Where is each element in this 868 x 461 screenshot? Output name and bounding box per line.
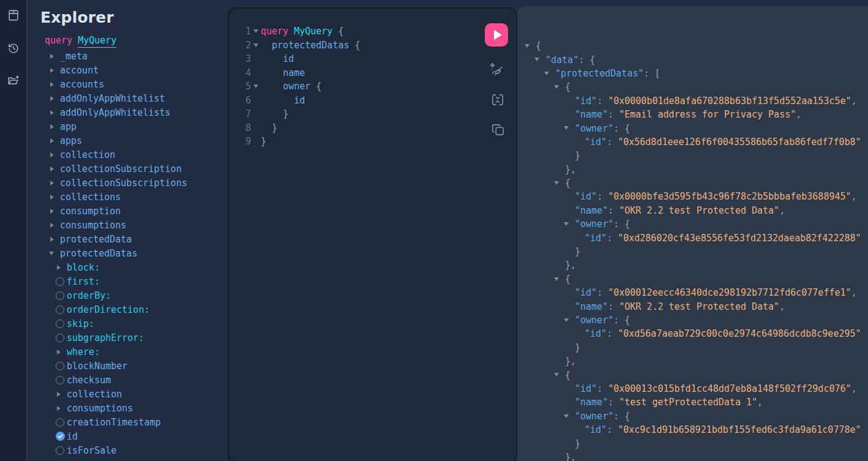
caret-right-icon[interactable]: [56, 265, 67, 270]
collapse-icon[interactable]: [564, 318, 569, 322]
radio-icon[interactable]: [56, 376, 67, 384]
caret-right-icon[interactable]: [56, 392, 67, 397]
fold-icon[interactable]: [251, 29, 261, 33]
history-icon[interactable]: [7, 42, 20, 55]
line-number: 7: [235, 108, 251, 119]
tree-item-collections[interactable]: collections: [29, 190, 228, 204]
collapse-icon[interactable]: [554, 85, 559, 89]
tree-item-apps[interactable]: apps: [29, 133, 228, 148]
execute-query-button[interactable]: [485, 23, 508, 47]
json-line: "id": "0xc9c1d91b658921bdbf155fed6c3fda9…: [517, 423, 868, 437]
radio-icon[interactable]: [56, 418, 67, 427]
json-text: "id": "0xd286020cf43e8556fe53fd2132daeab…: [585, 233, 861, 244]
docs-icon[interactable]: [7, 9, 20, 22]
tree-item-addOnlyAppWhitelists[interactable]: addOnlyAppWhitelists: [29, 105, 228, 119]
editor-lines[interactable]: 1query MyQuery {2 protectedDatas {3 id4 …: [229, 24, 479, 149]
collapse-icon[interactable]: [534, 58, 539, 61]
radio-icon[interactable]: [56, 320, 67, 328]
radio-icon[interactable]: [56, 305, 67, 314]
operation-name[interactable]: MyQuery: [78, 35, 116, 48]
radio-icon[interactable]: [56, 446, 67, 455]
caret-right-icon[interactable]: [49, 110, 60, 115]
caret-right-icon[interactable]: [49, 82, 60, 87]
tree-item-id[interactable]: id: [29, 429, 228, 443]
tree-item-label: orderDirection:: [67, 304, 149, 315]
line-number: 9: [235, 136, 251, 147]
tree-item-collection[interactable]: collection: [29, 148, 228, 162]
radio-icon[interactable]: [56, 291, 67, 300]
collapse-icon[interactable]: [554, 277, 559, 281]
radio-icon[interactable]: [56, 277, 67, 286]
json-line: "id": "0xd286020cf43e8556fe53fd2132daeab…: [517, 231, 868, 244]
tree-item-block[interactable]: block:: [29, 260, 228, 274]
tree-item-consumption[interactable]: consumption: [29, 204, 228, 218]
operation-row: queryMyQuery: [45, 35, 116, 46]
tree-item-label: accounts: [60, 79, 104, 90]
caret-right-icon[interactable]: [56, 350, 67, 354]
caret-right-icon[interactable]: [49, 96, 60, 101]
json-text: },: [565, 452, 576, 461]
collapse-icon[interactable]: [554, 373, 559, 377]
radio-icon[interactable]: [56, 362, 67, 370]
editor-line: 2 protectedDatas {: [229, 39, 479, 53]
collapse-icon[interactable]: [564, 414, 569, 418]
caret-right-icon[interactable]: [49, 195, 60, 200]
caret-right-icon[interactable]: [49, 223, 60, 228]
tree-item-orderBy[interactable]: orderBy:: [29, 288, 228, 302]
caret-right-icon[interactable]: [56, 406, 67, 411]
caret-right-icon[interactable]: [49, 209, 60, 214]
tree-item-collectionSubscription[interactable]: collectionSubscription: [29, 162, 228, 176]
tree-item-_meta[interactable]: _meta: [29, 49, 228, 63]
tree-item-isForSale[interactable]: isForSale: [29, 443, 228, 457]
tree-item-where[interactable]: where:: [29, 345, 228, 359]
tree-item-accounts[interactable]: accounts: [29, 77, 228, 91]
merge-fragments-button[interactable]: [490, 92, 506, 108]
tree-item-protectedData[interactable]: protectedData: [29, 232, 228, 246]
radio-icon[interactable]: [56, 334, 67, 342]
tree-item-app[interactable]: app: [29, 119, 228, 133]
prettify-button[interactable]: [488, 61, 504, 77]
json-line: "id": "0xd56a7aeab729c00c0e2974c64986dcd…: [517, 327, 868, 340]
tree-item-consumptions[interactable]: consumptions: [29, 218, 228, 232]
tree-item-protectedDatas[interactable]: protectedDatas: [29, 246, 228, 260]
collapse-icon[interactable]: [554, 181, 559, 185]
json-line: {: [517, 80, 868, 94]
caret-down-icon[interactable]: [49, 252, 60, 255]
caret-right-icon[interactable]: [49, 237, 60, 242]
caret-right-icon[interactable]: [49, 167, 60, 171]
tree-item-collection[interactable]: collection: [29, 387, 228, 401]
tree-item-creationTimestamp[interactable]: creationTimestamp: [29, 415, 228, 429]
tree-item-subgraphError[interactable]: subgraphError:: [29, 331, 228, 345]
tree-item-collectionSubscriptions[interactable]: collectionSubscriptions: [29, 176, 228, 190]
caret-right-icon[interactable]: [49, 54, 60, 59]
caret-right-icon[interactable]: [49, 181, 60, 186]
json-text: "name": "OKR 2.2 test Protected Data",: [575, 205, 785, 216]
tree-item-consumptions[interactable]: consumptions: [29, 401, 228, 415]
tree-item-label: collection: [60, 149, 115, 160]
tree-item-skip[interactable]: skip:: [29, 317, 228, 331]
caret-right-icon[interactable]: [49, 124, 60, 129]
tree-item-first[interactable]: first:: [29, 274, 228, 288]
checked-circle-icon[interactable]: [56, 432, 67, 441]
caret-right-icon[interactable]: [49, 68, 60, 73]
caret-right-icon[interactable]: [49, 138, 60, 143]
tree-item-checksum[interactable]: checksum: [29, 373, 228, 387]
caret-right-icon[interactable]: [49, 152, 60, 157]
json-text: {: [565, 274, 571, 285]
line-number: 5: [235, 81, 251, 92]
tree-item-orderDirection[interactable]: orderDirection:: [29, 302, 228, 317]
fold-icon[interactable]: [251, 84, 261, 88]
json-line: },: [517, 163, 868, 176]
collapse-icon[interactable]: [525, 44, 529, 48]
fold-icon[interactable]: [251, 43, 261, 47]
tree-item-addOnlyAppWhitelist[interactable]: addOnlyAppWhitelist: [29, 91, 228, 105]
collapse-icon[interactable]: [564, 126, 569, 130]
copy-query-button[interactable]: [490, 122, 506, 138]
tree-item-blockNumber[interactable]: blockNumber: [29, 359, 228, 373]
open-collection-icon[interactable]: [7, 74, 20, 88]
tree-item-account[interactable]: account: [29, 63, 228, 77]
collapse-icon[interactable]: [564, 222, 569, 226]
json-line: "protectedDatas": [: [517, 67, 868, 80]
collapse-icon[interactable]: [544, 72, 549, 75]
play-icon: [494, 30, 502, 40]
